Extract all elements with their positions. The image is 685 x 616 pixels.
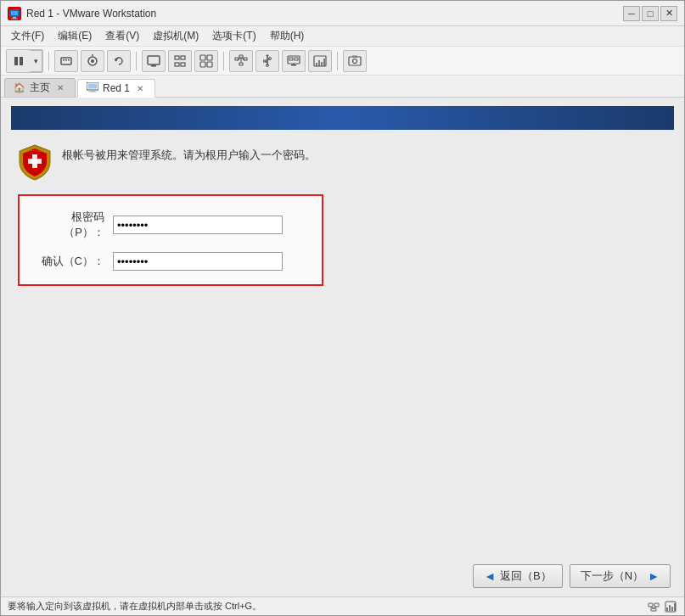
toolbar-sep-4 — [337, 52, 338, 70]
power-dropdown[interactable]: ▾ — [31, 50, 42, 72]
send-ctrl-alt-del[interactable] — [54, 50, 78, 72]
svg-rect-3 — [11, 18, 18, 19]
svg-rect-15 — [151, 65, 156, 67]
svg-rect-42 — [289, 58, 293, 60]
sound-status-icon — [664, 600, 677, 613]
svg-rect-54 — [90, 91, 95, 92]
sound-button[interactable] — [308, 50, 332, 72]
fullscreen[interactable] — [168, 50, 192, 72]
network-button[interactable] — [229, 50, 253, 72]
menu-help[interactable]: 帮助(H) — [263, 27, 312, 45]
vm-content-area: 根帐号被用来管理系统。请为根用户输入一个密码。 根密码（P）： 确认（C）： — [1, 130, 684, 556]
display-button[interactable] — [282, 50, 306, 72]
network-status-icon — [647, 600, 660, 613]
svg-rect-22 — [207, 55, 212, 60]
svg-rect-19 — [175, 63, 179, 66]
next-button[interactable]: 下一步（N） ► — [570, 564, 671, 588]
normal-view[interactable] — [142, 50, 166, 72]
svg-rect-7 — [63, 59, 65, 61]
snapshot-button[interactable] — [81, 50, 104, 72]
menubar: 文件(F) 编辑(E) 查看(V) 虚拟机(M) 选项卡(T) 帮助(H) — [1, 26, 684, 47]
tab-home-close[interactable]: ✕ — [54, 82, 66, 94]
vm-icon — [87, 82, 98, 94]
toolbar-sep-2 — [136, 52, 137, 70]
tab-home-label: 主页 — [30, 81, 50, 95]
back-arrow-icon: ◄ — [484, 569, 496, 583]
usb-button[interactable] — [255, 50, 279, 72]
pause-button[interactable] — [7, 50, 31, 72]
app-icon — [8, 7, 21, 20]
svg-rect-43 — [295, 58, 298, 60]
toolbar-sep-1 — [48, 52, 49, 70]
confirm-row: 确认（C）： — [36, 252, 305, 271]
svg-rect-2 — [13, 17, 16, 19]
svg-rect-4 — [14, 57, 18, 65]
svg-rect-8 — [65, 59, 67, 61]
tab-vm-close[interactable]: ✕ — [134, 82, 146, 94]
shield-icon — [18, 143, 52, 177]
password-input[interactable] — [113, 216, 283, 234]
menu-view[interactable]: 查看(V) — [98, 27, 146, 45]
screenshot-button[interactable] — [343, 50, 367, 72]
svg-rect-60 — [651, 608, 656, 611]
app-window: Red 1 - VMware Workstation ─ □ ✕ 文件(F) 编… — [0, 0, 685, 616]
svg-rect-6 — [61, 58, 71, 64]
svg-rect-53 — [88, 84, 97, 89]
main-content: 根帐号被用来管理系统。请为根用户输入一个密码。 根密码（P）： 确认（C）： — [1, 98, 684, 596]
svg-rect-50 — [352, 55, 357, 58]
menu-edit[interactable]: 编辑(E) — [51, 27, 98, 45]
confirm-input[interactable] — [113, 252, 283, 271]
svg-marker-37 — [266, 54, 269, 56]
svg-rect-17 — [175, 56, 179, 59]
confirm-label: 确认（C）： — [36, 254, 113, 269]
home-icon: 🏠 — [14, 82, 25, 93]
menu-file[interactable]: 文件(F) — [4, 27, 51, 45]
tab-home[interactable]: 🏠 主页 ✕ — [4, 78, 76, 97]
svg-point-51 — [353, 59, 357, 63]
svg-rect-24 — [207, 62, 212, 67]
password-form: 根密码（P）： 确认（C）： — [18, 194, 323, 286]
content-wrapper: 根帐号被用来管理系统。请为根用户输入一个密码。 根密码（P）： 确认（C）： — [1, 98, 684, 615]
statusbar: 要将输入定向到该虚拟机，请在虚拟机内部单击或按 Ctrl+G。 — [1, 596, 684, 615]
window-controls: ─ □ ✕ — [623, 6, 677, 21]
svg-rect-49 — [349, 57, 361, 65]
password-row: 根密码（P）： — [36, 210, 305, 240]
window-title: Red 1 - VMware Workstation — [26, 8, 623, 20]
bottom-bar: ◄ 返回（B） 下一步（N） ► — [1, 556, 684, 596]
revert-button[interactable] — [107, 50, 131, 72]
maximize-button[interactable]: □ — [642, 6, 659, 21]
svg-rect-28 — [239, 63, 243, 65]
svg-point-11 — [91, 59, 94, 63]
back-button[interactable]: ◄ 返回（B） — [473, 564, 563, 588]
unity-view[interactable] — [194, 50, 218, 72]
svg-rect-16 — [153, 64, 154, 65]
svg-rect-21 — [200, 55, 205, 60]
vm-header-bar — [11, 106, 674, 130]
svg-rect-23 — [200, 62, 205, 67]
svg-rect-57 — [28, 159, 42, 164]
svg-rect-41 — [293, 64, 295, 64]
toolbar: ▾ — [1, 47, 684, 76]
svg-rect-40 — [291, 64, 296, 66]
statusbar-icons — [647, 600, 677, 613]
svg-rect-20 — [181, 63, 185, 66]
svg-rect-26 — [239, 55, 243, 58]
minimize-button[interactable]: ─ — [623, 6, 640, 21]
back-label: 返回（B） — [500, 568, 552, 584]
menu-tabs[interactable]: 选项卡(T) — [205, 27, 262, 45]
setup-header: 根帐号被用来管理系统。请为根用户输入一个密码。 — [18, 143, 667, 177]
svg-rect-18 — [181, 56, 185, 59]
menu-vm[interactable]: 虚拟机(M) — [146, 27, 205, 45]
next-arrow-icon: ► — [648, 569, 660, 583]
svg-rect-59 — [654, 603, 659, 607]
tab-vm-label: Red 1 — [103, 82, 130, 94]
tab-vm[interactable]: Red 1 ✕ — [77, 79, 155, 98]
svg-rect-5 — [20, 57, 23, 65]
toolbar-sep-3 — [223, 52, 224, 70]
close-button[interactable]: ✕ — [660, 6, 677, 21]
svg-rect-58 — [649, 603, 653, 607]
next-label: 下一步（N） — [581, 568, 643, 584]
setup-description: 根帐号被用来管理系统。请为根用户输入一个密码。 — [62, 143, 316, 164]
svg-rect-14 — [148, 56, 160, 64]
svg-rect-1 — [11, 11, 18, 15]
